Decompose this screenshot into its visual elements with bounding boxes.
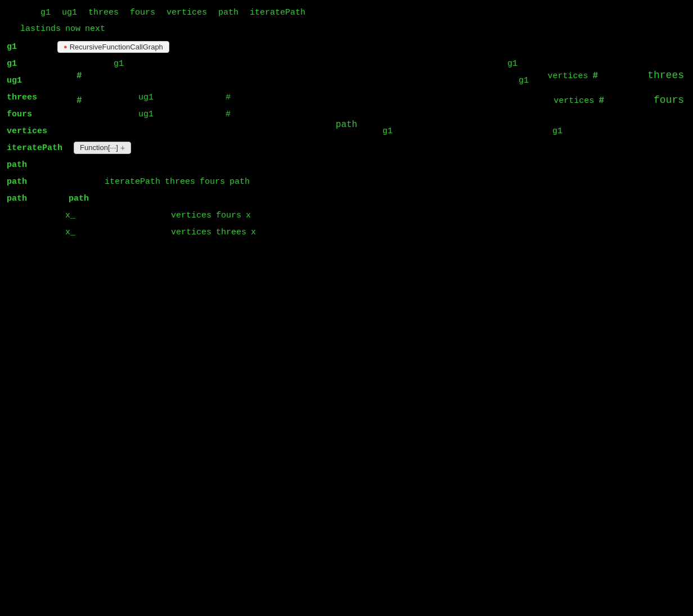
x2-sub: x_ bbox=[65, 225, 99, 241]
x1-token-x: x bbox=[246, 208, 251, 224]
path-token-threes: threes bbox=[165, 174, 195, 190]
header-var-fours: fours bbox=[130, 8, 155, 17]
row-path-tokens: path iteratePath threes fours path bbox=[7, 174, 686, 190]
row-g1-widget: g1 ● RecursiveFunctionCallGraph bbox=[7, 39, 686, 55]
bottom-path: path bbox=[336, 113, 357, 137]
bottom-row1-threes: threes bbox=[647, 64, 684, 87]
bottom-row3: path bbox=[7, 113, 686, 137]
label-lastinds: lastinds bbox=[20, 21, 61, 37]
widget-label: RecursiveFunctionCallGraph bbox=[70, 43, 163, 51]
bottom-row1-hash-right: # bbox=[593, 64, 598, 88]
recursive-function-call-graph-button[interactable]: ● RecursiveFunctionCallGraph bbox=[57, 41, 169, 53]
bottom-row2-hash: # bbox=[76, 89, 82, 112]
bottom-row2-fours: fours bbox=[654, 88, 684, 112]
path-row2-sub: path bbox=[69, 191, 89, 207]
bottom-row1-hash: # bbox=[76, 64, 82, 88]
label-next: next bbox=[85, 21, 105, 37]
row-lastinds: lastinds now next bbox=[18, 21, 686, 37]
bottom-row2-vertices: vertices bbox=[554, 89, 594, 113]
path-empty-label: path bbox=[7, 157, 57, 173]
iteratepath-label: iteratePath bbox=[7, 141, 62, 156]
path-row2-label: path bbox=[7, 191, 57, 207]
header-var-path: path bbox=[218, 8, 238, 17]
row-x1: x_ vertices fours x bbox=[7, 208, 686, 224]
path-row1-label: path bbox=[7, 174, 57, 190]
bottom-row1-vertices: vertices bbox=[548, 65, 588, 88]
header-var-g1: g1 bbox=[40, 8, 51, 17]
bottom-row1: # vertices # threes bbox=[7, 64, 686, 88]
x2-token-vertices: vertices bbox=[171, 225, 212, 241]
path-token-fours: fours bbox=[200, 174, 225, 190]
plus-icon: + bbox=[120, 143, 125, 152]
x2-token-threes: threes bbox=[216, 225, 246, 241]
header-var-vertices: vertices bbox=[166, 8, 207, 17]
header-var-threes: threes bbox=[88, 8, 119, 17]
row-iteratepath: iteratePath Function[···] + bbox=[7, 141, 686, 156]
function-widget-label: Function[···] bbox=[80, 143, 118, 152]
function-widget-button[interactable]: Function[···] + bbox=[74, 142, 131, 154]
header-var-ug1: ug1 bbox=[62, 8, 77, 17]
bottom-row2: # vertices # fours bbox=[7, 88, 686, 113]
widget-icon: ● bbox=[64, 43, 68, 50]
row-path-path: path path bbox=[7, 191, 686, 207]
header-row: g1 ug1 threes fours vertices path iterat… bbox=[7, 4, 686, 20]
x1-sub: x_ bbox=[65, 208, 99, 224]
label-now: now bbox=[65, 21, 80, 37]
x1-token-fours: fours bbox=[216, 208, 241, 224]
bottom-section: # vertices # threes # vertices # fours p… bbox=[0, 64, 693, 137]
g1-label: g1 bbox=[7, 39, 57, 55]
x2-token-x: x bbox=[251, 225, 256, 241]
bottom-row2-hash-right: # bbox=[598, 89, 604, 112]
row-x2: x_ vertices threes x bbox=[7, 225, 686, 241]
path-token-path: path bbox=[230, 174, 250, 190]
path-token-iteratepath: iteratePath bbox=[105, 174, 160, 190]
header-var-iteratepath: iteratePath bbox=[250, 8, 305, 17]
main-container: g1 ug1 threes fours vertices path iterat… bbox=[0, 0, 693, 246]
row-path-empty: path bbox=[7, 157, 686, 173]
x1-token-vertices: vertices bbox=[171, 208, 212, 224]
